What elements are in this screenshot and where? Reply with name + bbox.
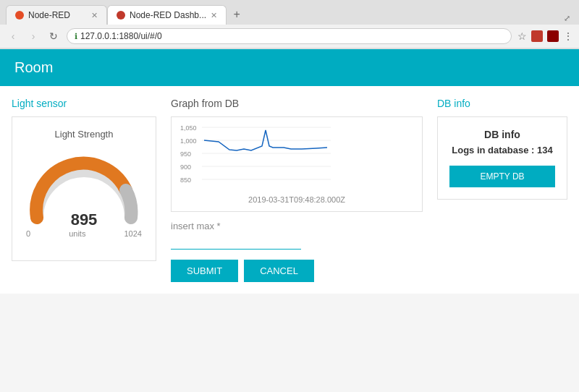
tab-node-red-dash[interactable]: Node-RED Dashb... ✕ [107, 5, 227, 25]
app-header: Room [0, 49, 579, 86]
tab-label-1: Node-RED [28, 10, 70, 20]
graph-section: Graph from DB 1,050 1,000 950 900 850 20… [171, 98, 423, 282]
main-content: Light sensor Light Strength 895 0 units … [0, 86, 579, 294]
insert-max-label: insert max * [171, 221, 423, 231]
empty-db-button[interactable]: EMPTY DB [449, 166, 555, 187]
gauge-svg [26, 153, 142, 225]
db-info-section: DB info DB info Logs in database : 134 E… [437, 98, 567, 282]
tab-icon-1 [15, 11, 24, 20]
submit-button[interactable]: SUBMIT [171, 260, 238, 282]
star-button[interactable]: ☆ [517, 30, 527, 42]
gauge-labels: 0 units 1024 [26, 229, 142, 238]
svg-text:850: 850 [180, 176, 191, 184]
svg-text:900: 900 [180, 163, 191, 171]
gauge-min: 0 [26, 229, 30, 238]
db-info-box: DB info Logs in database : 134 EMPTY DB [437, 116, 567, 200]
back-button[interactable]: ‹ [6, 29, 20, 43]
reload-button[interactable]: ↻ [46, 29, 61, 43]
tab-label-2: Node-RED Dashb... [130, 10, 206, 20]
menu-button[interactable]: ⋮ [563, 30, 573, 42]
tab-close-2[interactable]: ✕ [211, 11, 217, 20]
browser-chrome: Node-RED ✕ Node-RED Dashb... ✕ + ⤢ ‹ › ↻… [0, 0, 579, 49]
url-bar[interactable]: ℹ 127.0.0.1:1880/ui/#/0 [67, 28, 512, 44]
tab-node-red[interactable]: Node-RED ✕ [6, 5, 107, 25]
db-box-title: DB info [449, 129, 555, 140]
graph-title: Graph from DB [171, 98, 423, 109]
gauge-unit: units [69, 229, 85, 238]
db-info-title: DB info [437, 98, 567, 109]
light-strength-label: Light Strength [55, 129, 114, 140]
address-actions: ☆ ⋮ [517, 30, 573, 42]
gauge-max: 1024 [124, 229, 142, 238]
url-text: 127.0.0.1:1880/ui/#/0 [80, 31, 162, 41]
new-tab-button[interactable]: + [227, 4, 247, 25]
db-logs: Logs in database : 134 [449, 145, 555, 155]
form-buttons: SUBMIT CANCEL [171, 260, 423, 282]
insert-max-input[interactable] [171, 234, 301, 250]
svg-text:950: 950 [180, 150, 191, 158]
graph-svg: 1,050 1,000 950 900 850 [179, 124, 331, 189]
tab-bar: Node-RED ✕ Node-RED Dashb... ✕ + ⤢ [0, 0, 579, 25]
svg-text:1,000: 1,000 [180, 137, 197, 145]
ext-icon-2 [547, 30, 559, 42]
graph-timestamp: 2019-03-31T09:48:28.000Z [179, 195, 415, 204]
app-title: Room [14, 59, 53, 75]
tab-icon-2 [117, 11, 125, 20]
gauge-container [26, 153, 142, 218]
tab-end-controls: ⤢ [561, 12, 579, 25]
tab-close-1[interactable]: ✕ [91, 11, 98, 20]
forward-button[interactable]: › [26, 29, 41, 43]
light-sensor-box: Light Strength 895 0 units 1024 [12, 116, 156, 261]
ext-icon-1 [531, 30, 543, 42]
cancel-button[interactable]: CANCEL [244, 260, 314, 282]
graph-box: 1,050 1,000 950 900 850 2019-03-31T09:48… [171, 116, 423, 212]
light-sensor-section: Light sensor Light Strength 895 0 units … [12, 98, 156, 282]
address-bar: ‹ › ↻ ℹ 127.0.0.1:1880/ui/#/0 ☆ ⋮ [0, 25, 579, 48]
light-sensor-title: Light sensor [12, 98, 156, 109]
svg-text:1,050: 1,050 [180, 124, 197, 132]
lock-icon: ℹ [75, 32, 77, 41]
restore-btn[interactable]: ⤢ [561, 12, 573, 25]
